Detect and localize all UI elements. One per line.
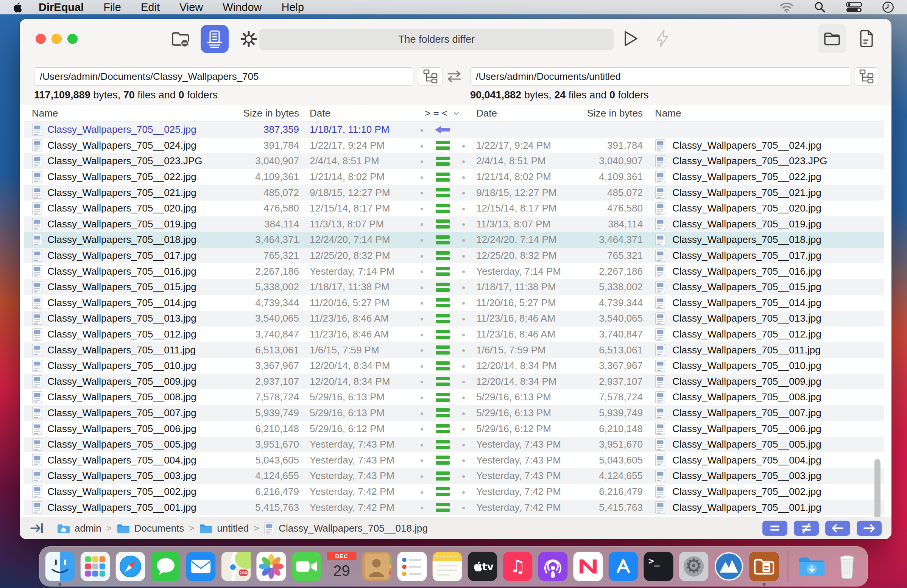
finder-icon bbox=[45, 552, 75, 581]
breadcrumb-item[interactable]: admin bbox=[57, 522, 101, 534]
minimize-button[interactable] bbox=[51, 34, 62, 44]
contacts-icon bbox=[362, 552, 392, 581]
compare-button[interactable] bbox=[200, 25, 229, 53]
app-menu-title[interactable]: DirEqual bbox=[38, 1, 84, 14]
left-path-input[interactable] bbox=[34, 67, 413, 86]
start-compare-icon[interactable] bbox=[621, 29, 641, 48]
file-name-right: Classy_Wallpapers_705__003.jpg bbox=[672, 470, 884, 482]
dock-item-downloads[interactable] bbox=[797, 552, 827, 581]
dock-item-news[interactable] bbox=[574, 552, 603, 581]
dock-item-music[interactable]: ♫ bbox=[503, 552, 533, 581]
clock-icon[interactable] bbox=[882, 1, 894, 13]
table-row[interactable]: Classy_Wallpapers_705__006.jpg6,210,1485… bbox=[24, 421, 884, 437]
column-header-name-right[interactable]: Name bbox=[648, 105, 884, 121]
column-header-size-right[interactable]: Size in bytes bbox=[572, 105, 648, 121]
dock-item-maps[interactable]: 280 bbox=[221, 552, 251, 581]
zoom-button[interactable] bbox=[67, 34, 78, 44]
table-row[interactable]: Classy_Wallpapers_705__004.jpg5,043,605Y… bbox=[24, 452, 884, 468]
equal-filter-button[interactable] bbox=[763, 521, 787, 536]
jump-to-selection-icon[interactable] bbox=[29, 520, 46, 537]
menu-item-help[interactable]: Help bbox=[281, 1, 304, 14]
dock-item-reminders[interactable] bbox=[397, 552, 427, 581]
dock-item-notes[interactable] bbox=[433, 552, 462, 581]
not-equal-filter-button[interactable] bbox=[794, 521, 819, 536]
dock-item-direqual[interactable] bbox=[750, 552, 779, 581]
wifi-icon[interactable] bbox=[779, 2, 794, 13]
file-date-left: Yesterday, 7:42 PM bbox=[304, 486, 414, 498]
file-date-left: 12/20/14, 8:34 PM bbox=[304, 376, 414, 387]
menu-item-edit[interactable]: Edit bbox=[141, 1, 160, 14]
table-row[interactable]: Classy_Wallpapers_705__018.jpg3,464,3711… bbox=[24, 232, 884, 248]
column-header-name-left[interactable]: Name bbox=[24, 105, 236, 121]
control-center-icon[interactable] bbox=[846, 2, 862, 13]
table-row[interactable]: Classy_Wallpapers_705__021.jpg485,0729/1… bbox=[24, 185, 884, 201]
right-path-input[interactable] bbox=[470, 67, 850, 86]
dock-item-contacts[interactable] bbox=[362, 552, 392, 581]
dock-item-mountain[interactable] bbox=[714, 552, 744, 581]
table-row[interactable]: Classy_Wallpapers_705__002.jpg6,216,479Y… bbox=[24, 484, 884, 500]
table-row[interactable]: Classy_Wallpapers_705__024.jpg391,7841/2… bbox=[24, 138, 884, 153]
column-header-size-left[interactable]: Size in bytes bbox=[236, 105, 304, 121]
spotlight-icon[interactable] bbox=[814, 1, 826, 13]
dock-item-safari[interactable] bbox=[116, 552, 145, 581]
table-row[interactable]: Classy_Wallpapers_705__013.jpg3,540,0651… bbox=[24, 311, 884, 326]
menu-item-view[interactable]: View bbox=[179, 1, 203, 14]
file-size-right: 6,210,148 bbox=[572, 423, 648, 435]
gear-icon[interactable] bbox=[239, 29, 259, 49]
table-row[interactable]: Classy_Wallpapers_705__007.jpg5,939,7495… bbox=[24, 405, 884, 421]
table-row[interactable]: Classy_Wallpapers_705__008.jpg7,578,7245… bbox=[24, 389, 884, 405]
jpeg-file-icon bbox=[648, 406, 672, 419]
table-row[interactable]: Classy_Wallpapers_705__014.jpg4,739,3441… bbox=[24, 295, 884, 311]
dock-item-mail[interactable] bbox=[186, 552, 216, 581]
dock-item-photos[interactable] bbox=[256, 552, 286, 581]
table-row[interactable]: Classy_Wallpapers_705__005.jpg3,951,670Y… bbox=[24, 437, 884, 452]
table-row[interactable]: Classy_Wallpapers_705__017.jpg765,32112/… bbox=[24, 248, 884, 264]
table-row[interactable]: Classy_Wallpapers_705__011.jpg6,513,0611… bbox=[24, 342, 884, 358]
breadcrumb-item[interactable]: Documents bbox=[117, 522, 184, 534]
column-header-date-left[interactable]: Date bbox=[304, 105, 414, 121]
apple-menu-icon[interactable] bbox=[13, 2, 23, 13]
calendar-icon: DEC29 bbox=[327, 552, 357, 581]
report-document-icon[interactable] bbox=[857, 29, 877, 48]
table-row[interactable]: Classy_Wallpapers_705__003.jpg4,124,655Y… bbox=[24, 468, 884, 484]
table-row[interactable]: Classy_Wallpapers_705__016.jpg2,267,186Y… bbox=[24, 264, 884, 279]
table-row[interactable]: Classy_Wallpapers_705__019.jpg384,11411/… bbox=[24, 216, 884, 232]
dock-item-appletv[interactable]: tv bbox=[468, 552, 497, 581]
table-row[interactable]: Classy_Wallpapers_705__025.jpg387,3591/1… bbox=[24, 122, 884, 138]
dock-item-trash[interactable] bbox=[832, 552, 862, 581]
dock-item-launchpad[interactable] bbox=[81, 552, 110, 581]
dock-item-finder[interactable] bbox=[45, 552, 75, 581]
breadcrumb-item[interactable]: untitled bbox=[199, 522, 249, 534]
table-row[interactable]: Classy_Wallpapers_705__009.jpg2,937,1071… bbox=[24, 374, 884, 390]
table-row[interactable]: Classy_Wallpapers_705__020.jpg476,58012/… bbox=[24, 201, 884, 216]
menu-item-window[interactable]: Window bbox=[223, 1, 261, 14]
dock-item-terminal[interactable]: >_ bbox=[644, 552, 673, 581]
column-header-compare[interactable]: > = < bbox=[414, 105, 471, 121]
open-folder-button[interactable] bbox=[818, 24, 846, 53]
table-row[interactable]: Classy_Wallpapers_705__001.jpg5,415,763Y… bbox=[24, 500, 884, 515]
close-button[interactable] bbox=[35, 34, 46, 44]
dock-item-podcasts[interactable] bbox=[538, 552, 568, 581]
dock-item-messages[interactable] bbox=[151, 552, 181, 581]
left-tree-view-button[interactable] bbox=[418, 67, 443, 86]
chevron-down-icon[interactable] bbox=[453, 111, 460, 116]
swap-paths-icon[interactable] bbox=[445, 69, 463, 84]
eject-volume-icon[interactable] bbox=[170, 29, 191, 49]
next-filter-button[interactable] bbox=[857, 521, 881, 536]
table-row[interactable]: Classy_Wallpapers_705__015.jpg5,338,0021… bbox=[24, 279, 884, 295]
dock-item-calendar[interactable]: DEC29 bbox=[327, 552, 357, 581]
table-row[interactable]: Classy_Wallpapers_705__023.JPG3,040,9072… bbox=[24, 153, 884, 169]
table-row[interactable]: Classy_Wallpapers_705__022.jpg4,109,3611… bbox=[24, 169, 884, 185]
menu-item-file[interactable]: File bbox=[103, 1, 121, 14]
dock-item-facetime[interactable] bbox=[292, 552, 321, 581]
running-indicator bbox=[763, 583, 766, 586]
previous-filter-button[interactable] bbox=[825, 521, 850, 536]
table-row[interactable]: Classy_Wallpapers_705__012.jpg3,740,8471… bbox=[24, 326, 884, 342]
column-header-date-right[interactable]: Date bbox=[471, 105, 572, 121]
compare-status bbox=[429, 188, 456, 197]
breadcrumb-item[interactable]: Classy_Wallpapers_705__018.jpg bbox=[264, 522, 428, 535]
table-row[interactable]: Classy_Wallpapers_705__010.jpg3,367,9671… bbox=[24, 358, 884, 374]
dock-item-appstore[interactable] bbox=[609, 552, 638, 581]
dock-item-settings[interactable]: ⚙ bbox=[679, 552, 708, 581]
right-tree-view-button[interactable] bbox=[854, 67, 879, 86]
